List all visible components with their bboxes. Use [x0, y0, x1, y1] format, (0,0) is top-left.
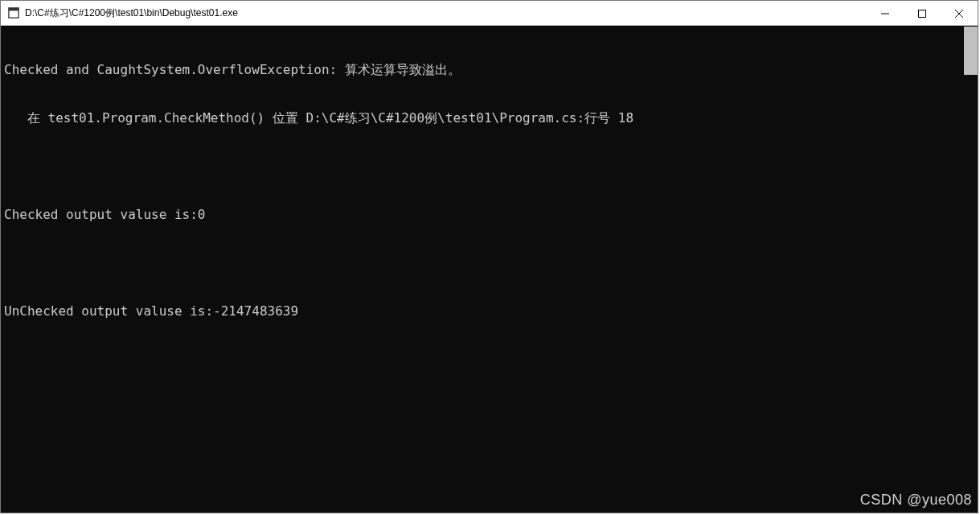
- maximize-button[interactable]: [904, 1, 941, 26]
- window-title: D:\C#练习\C#1200例\test01\bin\Debug\test01.…: [25, 6, 238, 20]
- svg-rect-1: [9, 8, 18, 11]
- titlebar[interactable]: D:\C#练习\C#1200例\test01\bin\Debug\test01.…: [1, 1, 978, 26]
- console-line: 在 test01.Program.CheckMethod() 位置 D:\C#练…: [4, 110, 978, 126]
- window-controls: [867, 1, 978, 26]
- console-line: [4, 255, 978, 271]
- svg-rect-3: [919, 10, 926, 17]
- console-line: Checked and CaughtSystem.OverflowExcepti…: [4, 62, 978, 78]
- vertical-scrollbar[interactable]: [964, 27, 978, 75]
- console-line: [4, 159, 978, 175]
- watermark-text: CSDN @yue008: [860, 492, 972, 509]
- console-line: UnChecked output valuse is:-2147483639: [4, 303, 978, 319]
- close-button[interactable]: [941, 1, 978, 26]
- console-window: D:\C#练习\C#1200例\test01\bin\Debug\test01.…: [0, 0, 978, 513]
- app-icon: [7, 6, 20, 19]
- console-output[interactable]: Checked and CaughtSystem.OverflowExcepti…: [1, 27, 978, 513]
- minimize-button[interactable]: [867, 1, 904, 26]
- console-line: Checked output valuse is:0: [4, 207, 978, 223]
